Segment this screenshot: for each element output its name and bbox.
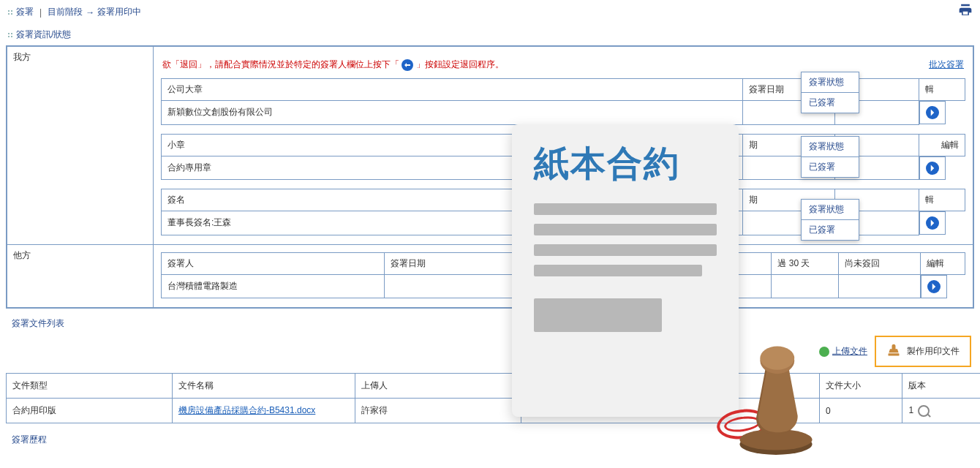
group0-title: 公司大章 bbox=[162, 79, 743, 101]
our-side-label: 我方 bbox=[7, 47, 154, 245]
doclist-title: 簽署文件列表 bbox=[12, 318, 64, 328]
dg-ver: 1 bbox=[902, 399, 980, 423]
dg-type: 合約用印版 bbox=[7, 399, 173, 423]
stage-label: 目前階段 bbox=[48, 6, 83, 18]
oth-col-signer: 簽署人 bbox=[162, 252, 385, 274]
dg-file-link[interactable]: 機房設備產品採購合約-B5431.docx bbox=[178, 405, 315, 415]
status-pop-0: 簽署狀態 已簽署 bbox=[801, 72, 859, 113]
group0-value: 新穎數位文創股份有限公司 bbox=[162, 101, 743, 125]
history-title: 簽署歷程 bbox=[12, 434, 47, 445]
arrow-icon: → bbox=[86, 7, 94, 18]
section-info-title: 簽署資訊/狀態 bbox=[16, 29, 71, 39]
paper-contract-title: 紙本合約 bbox=[534, 140, 717, 187]
separator: | bbox=[39, 7, 42, 18]
oth-col-over: 過 30 天 bbox=[772, 252, 839, 274]
paper-contract-illustration: 紙本合約 bbox=[512, 124, 739, 417]
current-stage: 簽署用印中 bbox=[97, 6, 141, 18]
batch-sign-link[interactable]: 批次簽署 bbox=[929, 58, 964, 71]
svg-rect-5 bbox=[889, 353, 900, 355]
dg-col-type: 文件類型 bbox=[7, 374, 173, 399]
group2-edit-button[interactable] bbox=[919, 211, 946, 235]
tab-sign[interactable]: 簽署 bbox=[16, 6, 34, 18]
print-icon[interactable] bbox=[958, 6, 973, 20]
dg-col-uploader: 上傳人 bbox=[355, 374, 521, 399]
group2-edit-hdr: 輯 bbox=[919, 189, 965, 211]
oth-col-date: 簽署日期 bbox=[385, 252, 534, 274]
dg-col-name: 文件名稱 bbox=[172, 374, 355, 399]
dg-col-ver: 版本 bbox=[902, 374, 980, 399]
status-pop-1: 簽署狀態 已簽署 bbox=[801, 136, 859, 178]
dg-size: 0 bbox=[820, 399, 902, 423]
group0-edit-hdr: 輯 bbox=[919, 79, 965, 101]
upload-status-icon bbox=[819, 347, 829, 357]
group1-edit-hdr: 編輯 bbox=[919, 134, 965, 156]
return-icon bbox=[402, 59, 413, 71]
oth-col-pending: 尚未簽回 bbox=[838, 252, 920, 274]
oth-signer: 台灣積體電路製造 bbox=[162, 274, 385, 298]
stamp-icon bbox=[886, 343, 901, 360]
other-side-label: 他方 bbox=[7, 244, 154, 308]
oth-col-edit: 編輯 bbox=[920, 252, 965, 274]
status-pop-2: 簽署狀態 已簽署 bbox=[801, 199, 859, 241]
group1-edit-button[interactable] bbox=[919, 156, 946, 180]
oth-edit-button[interactable] bbox=[921, 275, 947, 298]
magnifier-icon[interactable] bbox=[918, 405, 930, 417]
table-row: 合約用印版 機房設備產品採購合約-B5431.docx 許家得 合約用印版本 0… bbox=[7, 399, 981, 423]
dg-col-size: 文件大小 bbox=[820, 374, 902, 399]
group0-edit-button[interactable] bbox=[919, 101, 946, 124]
make-seal-doc-button[interactable]: 製作用印文件 bbox=[875, 336, 971, 367]
upload-file-link[interactable]: 上傳文件 bbox=[819, 345, 867, 358]
dg-uploader: 許家得 bbox=[355, 399, 521, 423]
